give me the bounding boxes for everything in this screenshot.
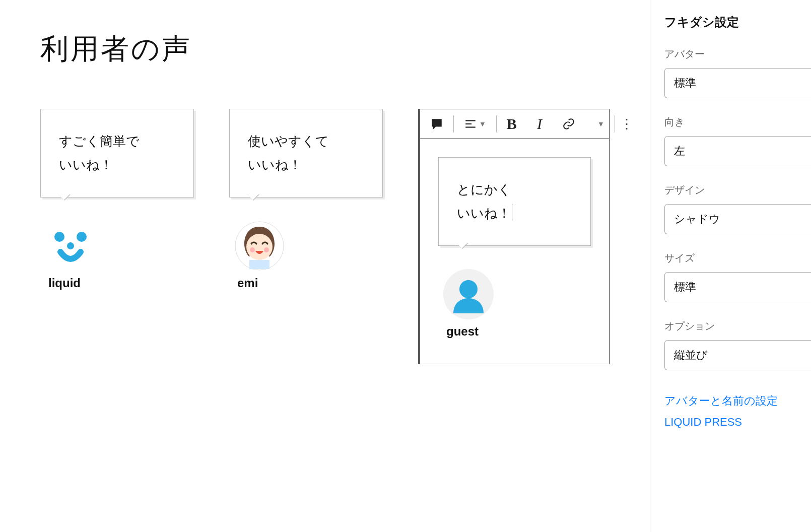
speech-balloon: 使いやすくて いいね！ <box>229 109 383 197</box>
avatar-select[interactable]: 標準 <box>664 68 811 98</box>
bold-button[interactable]: B <box>497 109 527 139</box>
speech-block-selected[interactable]: ▼ B I ▼ ⋮ <box>418 109 610 364</box>
svg-point-1 <box>77 232 87 242</box>
avatar-liquid-icon <box>45 221 96 271</box>
svg-point-12 <box>459 280 478 298</box>
design-select[interactable]: シャドウ <box>664 204 811 234</box>
chevron-down-icon: ▼ <box>479 120 486 128</box>
direction-select[interactable]: 左 <box>664 136 811 166</box>
block-more-button[interactable]: ⋮ <box>615 109 639 139</box>
speech-balloon: すごく簡単で いいね！ <box>40 109 194 197</box>
avatar-name: emi <box>234 276 383 290</box>
svg-point-2 <box>67 242 74 249</box>
avatar-emi-icon <box>234 221 285 271</box>
panel-title: フキダシ設定 <box>664 14 811 30</box>
liquid-press-link[interactable]: LIQUID PRESS <box>664 412 811 433</box>
editor-canvas: 利用者の声 すごく簡単で いいね！ <box>0 0 650 532</box>
avatar-name: guest <box>443 324 591 339</box>
speech-icon <box>430 117 443 130</box>
field-label-direction: 向き <box>664 115 811 129</box>
block-type-button[interactable] <box>420 109 453 139</box>
link-icon <box>562 117 575 130</box>
text-cursor <box>512 204 512 220</box>
speech-block[interactable]: すごく簡単で いいね！ liquid <box>40 109 194 364</box>
balloon-line: いいね！ <box>248 153 364 177</box>
testimonial-row: すごく簡単で いいね！ liquid <box>40 109 610 364</box>
field-label-size: サイズ <box>664 251 811 265</box>
size-select[interactable]: 標準 <box>664 272 811 302</box>
more-formatting-button[interactable]: ▼ <box>585 109 615 139</box>
align-button[interactable]: ▼ <box>454 109 496 139</box>
speech-balloon-editable[interactable]: とにかく いいね！ <box>438 157 591 246</box>
balloon-line: すごく簡単で <box>59 129 175 153</box>
align-left-icon <box>464 117 477 130</box>
svg-point-0 <box>54 232 64 242</box>
avatar-guest-icon <box>443 269 494 319</box>
balloon-line: いいね！ <box>59 153 175 177</box>
link-button[interactable] <box>552 109 585 139</box>
speech-block[interactable]: 使いやすくて いいね！ <box>229 109 383 364</box>
svg-rect-7 <box>249 260 269 269</box>
block-toolbar: ▼ B I ▼ ⋮ <box>420 109 610 139</box>
svg-point-5 <box>250 247 255 252</box>
balloon-line: とにかく <box>457 178 572 202</box>
balloon-line: 使いやすくて <box>248 129 364 153</box>
chevron-down-icon: ▼ <box>597 120 604 128</box>
option-select[interactable]: 縦並び <box>664 340 811 370</box>
field-label-option: オプション <box>664 319 811 333</box>
settings-panel: フキダシ設定 アバター 標準 向き 左 デザイン シャドウ サイズ 標準 オプシ… <box>650 0 811 532</box>
avatar-settings-link[interactable]: アバターと名前の設定 <box>664 390 811 412</box>
avatar-name: liquid <box>45 276 194 290</box>
page-title: 利用者の声 <box>40 30 610 69</box>
field-label-design: デザイン <box>664 183 811 197</box>
italic-button[interactable]: I <box>527 109 552 139</box>
svg-point-6 <box>264 247 269 252</box>
svg-point-4 <box>246 234 273 260</box>
field-label-avatar: アバター <box>664 47 811 61</box>
balloon-line: いいね！ <box>457 202 572 225</box>
